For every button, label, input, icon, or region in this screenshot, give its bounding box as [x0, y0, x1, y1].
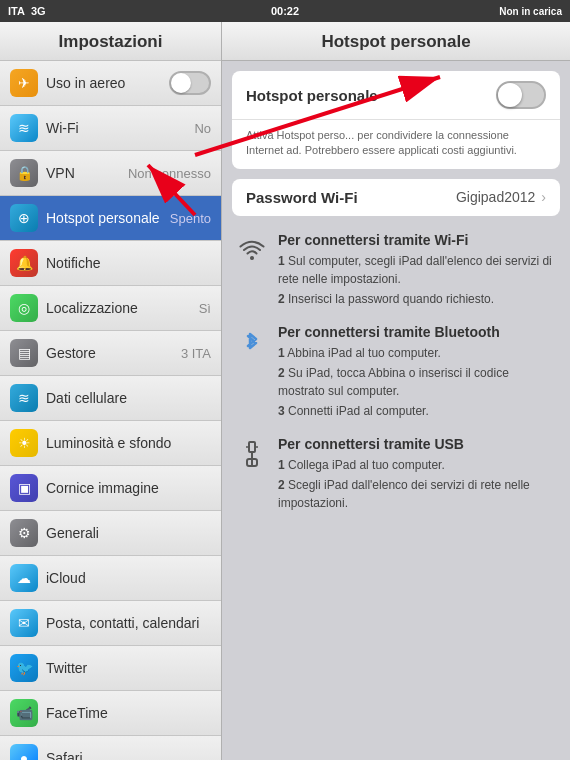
instruction-step-bluetooth-1: 2 Su iPad, tocca Abbina o inserisci il c…: [278, 364, 556, 400]
sidebar-item-facetime[interactable]: 📹FaceTime: [0, 691, 221, 736]
sidebar-label-twitter: Twitter: [46, 660, 211, 676]
sidebar-item-dati[interactable]: ≋Dati cellulare: [0, 376, 221, 421]
instructions-section: Per connettersi tramite Wi-Fi1 Sul compu…: [232, 226, 560, 534]
sidebar-label-hotspot: Hotspot personale: [46, 210, 166, 226]
sidebar-label-facetime: FaceTime: [46, 705, 211, 721]
icon-twitter: 🐦: [10, 654, 38, 682]
instruction-block-bluetooth: Per connettersi tramite Bluetooth1 Abbin…: [236, 324, 556, 422]
sidebar-item-safari[interactable]: ●Safari: [0, 736, 221, 760]
icon-cornice: ▣: [10, 474, 38, 502]
sidebar-label-vpn: VPN: [46, 165, 124, 181]
sidebar-label-safari: Safari: [46, 750, 211, 760]
main-layout: Impostazioni ✈Uso in aereo≋Wi-FiNo🔒VPNNo…: [0, 22, 570, 760]
sidebar-item-aereo[interactable]: ✈Uso in aereo: [0, 61, 221, 106]
instruction-text-wifi: Per connettersi tramite Wi-Fi1 Sul compu…: [278, 232, 556, 310]
battery-label: Non in carica: [499, 6, 562, 17]
signal-label: 3G: [31, 5, 46, 17]
icon-icloud: ☁: [10, 564, 38, 592]
sidebar-item-luminosita[interactable]: ☀Luminosità e sfondo: [0, 421, 221, 466]
instruction-title-wifi: Per connettersi tramite Wi-Fi: [278, 232, 556, 248]
status-bar-left: ITA 3G: [8, 5, 46, 17]
instruction-title-bluetooth: Per connettersi tramite Bluetooth: [278, 324, 556, 340]
sidebar-value-gestore: 3 ITA: [181, 346, 211, 361]
sidebar-item-vpn[interactable]: 🔒VPNNon connesso: [0, 151, 221, 196]
wifi-instruction-icon: [236, 234, 268, 266]
instruction-block-usb: Per connettersi tramite USB1 Collega iPa…: [236, 436, 556, 514]
instruction-step-wifi-1: 2 Inserisci la password quando richiesto…: [278, 290, 556, 308]
sidebar-label-posta: Posta, contatti, calendari: [46, 615, 211, 631]
sidebar: Impostazioni ✈Uso in aereo≋Wi-FiNo🔒VPNNo…: [0, 22, 222, 760]
hotspot-label: Hotspot personale: [246, 87, 496, 104]
hotspot-toggle-row: Hotspot personale: [232, 71, 560, 120]
svg-rect-1: [249, 442, 255, 452]
sidebar-item-notifiche[interactable]: 🔔Notifiche: [0, 241, 221, 286]
right-panel: Hotspot personale Hotspot personale Atti…: [222, 22, 570, 760]
sidebar-label-notifiche: Notifiche: [46, 255, 211, 271]
sidebar-item-localizzazione[interactable]: ◎LocalizzazioneSì: [0, 286, 221, 331]
icon-aereo: ✈: [10, 69, 38, 97]
sidebar-value-hotspot: Spento: [170, 211, 211, 226]
icon-vpn: 🔒: [10, 159, 38, 187]
password-label: Password Wi-Fi: [246, 189, 456, 206]
toggle-knob: [498, 83, 522, 107]
sidebar-item-icloud[interactable]: ☁iCloud: [0, 556, 221, 601]
icon-hotspot: ⊕: [10, 204, 38, 232]
instruction-title-usb: Per connettersi tramite USB: [278, 436, 556, 452]
hotspot-description: Attiva Hotspot perso... per condividere …: [232, 120, 560, 169]
instruction-text-bluetooth: Per connettersi tramite Bluetooth1 Abbin…: [278, 324, 556, 422]
sidebar-label-cornice: Cornice immagine: [46, 480, 211, 496]
sidebar-label-gestore: Gestore: [46, 345, 177, 361]
right-panel-content: Hotspot personale Attiva Hotspot perso..…: [222, 61, 570, 544]
instruction-step-bluetooth-2: 3 Connetti iPad al computer.: [278, 402, 556, 420]
icon-luminosita: ☀: [10, 429, 38, 457]
sidebar-label-aereo: Uso in aereo: [46, 75, 169, 91]
right-panel-title: Hotspot personale: [222, 22, 570, 61]
sidebar-item-twitter[interactable]: 🐦Twitter: [0, 646, 221, 691]
bluetooth-instruction-icon: [236, 326, 268, 358]
sidebar-label-luminosita: Luminosità e sfondo: [46, 435, 211, 451]
password-value: Gigipad2012: [456, 189, 535, 205]
sidebar-label-dati: Dati cellulare: [46, 390, 211, 406]
sidebar-value-localizzazione: Sì: [199, 301, 211, 316]
sidebar-item-cornice[interactable]: ▣Cornice immagine: [0, 466, 221, 511]
password-row-inner[interactable]: Password Wi-Fi Gigipad2012 ›: [232, 179, 560, 216]
sidebar-item-posta[interactable]: ✉Posta, contatti, calendari: [0, 601, 221, 646]
instruction-block-wifi: Per connettersi tramite Wi-Fi1 Sul compu…: [236, 232, 556, 310]
sidebar-label-icloud: iCloud: [46, 570, 211, 586]
icon-gestore: ▤: [10, 339, 38, 367]
status-bar-time: 00:22: [271, 5, 299, 17]
instruction-step-usb-1: 2 Scegli iPad dall'elenco dei servizi di…: [278, 476, 556, 512]
chevron-icon: ›: [541, 189, 546, 205]
instruction-step-wifi-0: 1 Sul computer, scegli iPad dall'elenco …: [278, 252, 556, 288]
sidebar-item-generali[interactable]: ⚙Generali: [0, 511, 221, 556]
sidebar-toggle-aereo: [169, 71, 211, 95]
password-settings-row[interactable]: Password Wi-Fi Gigipad2012 ›: [232, 179, 560, 216]
sidebar-value-vpn: Non connesso: [128, 166, 211, 181]
instruction-text-usb: Per connettersi tramite USB1 Collega iPa…: [278, 436, 556, 514]
icon-wifi: ≋: [10, 114, 38, 142]
carrier-label: ITA: [8, 5, 25, 17]
icon-localizzazione: ◎: [10, 294, 38, 322]
toggle-aereo[interactable]: [169, 71, 211, 95]
hotspot-toggle[interactable]: [496, 81, 546, 109]
usb-instruction-icon: [236, 438, 268, 470]
sidebar-label-wifi: Wi-Fi: [46, 120, 190, 136]
sidebar-label-generali: Generali: [46, 525, 211, 541]
icon-facetime: 📹: [10, 699, 38, 727]
sidebar-item-hotspot[interactable]: ⊕Hotspot personaleSpento: [0, 196, 221, 241]
sidebar-item-gestore[interactable]: ▤Gestore3 ITA: [0, 331, 221, 376]
sidebar-label-localizzazione: Localizzazione: [46, 300, 195, 316]
icon-posta: ✉: [10, 609, 38, 637]
instruction-step-bluetooth-0: 1 Abbina iPad al tuo computer.: [278, 344, 556, 362]
sidebar-value-wifi: No: [194, 121, 211, 136]
status-bar: ITA 3G 00:22 Non in carica: [0, 0, 570, 22]
sidebar-title: Impostazioni: [0, 22, 221, 61]
sidebar-item-wifi[interactable]: ≋Wi-FiNo: [0, 106, 221, 151]
instruction-step-usb-0: 1 Collega iPad al tuo computer.: [278, 456, 556, 474]
icon-notifiche: 🔔: [10, 249, 38, 277]
toggle-knob-aereo: [171, 73, 191, 93]
icon-generali: ⚙: [10, 519, 38, 547]
sidebar-items-list: ✈Uso in aereo≋Wi-FiNo🔒VPNNon connesso⊕Ho…: [0, 61, 221, 760]
hotspot-settings-row: Hotspot personale Attiva Hotspot perso..…: [232, 71, 560, 169]
svg-point-0: [250, 256, 254, 260]
